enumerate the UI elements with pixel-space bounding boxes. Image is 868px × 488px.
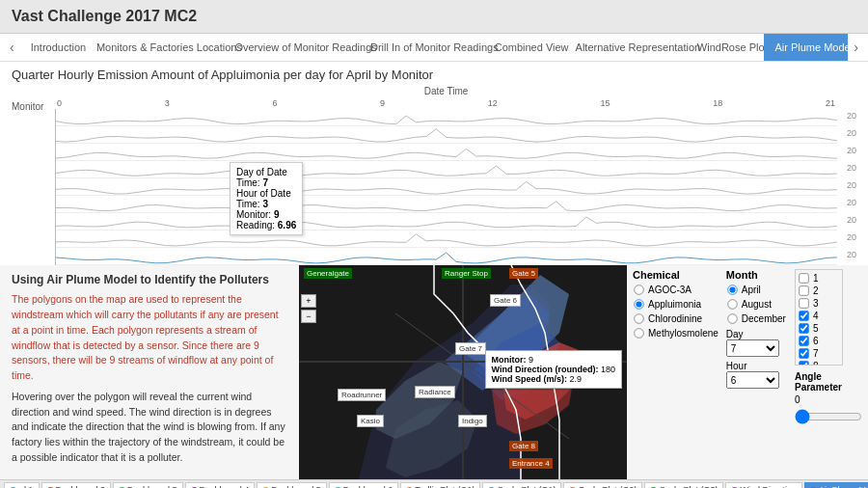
map-label-entrance4: Entrance 4 [509,458,553,469]
map-label-rangerstop: Ranger Stop [442,268,491,279]
chemical-appluimonia-radio[interactable] [634,300,643,310]
chemical-appluimonia[interactable]: Appluimonia [633,298,719,311]
monitor-8-checkbox[interactable] [799,362,808,366]
x-ticks: 036912151821 [55,98,837,108]
nav-tab-overview-of-monitor-readings[interactable]: Overview of Monitor Readings [224,34,360,61]
map-label-indigo: Indigo [458,415,487,427]
nav-tab-combined-view[interactable]: Combined View [484,34,565,61]
map-label-gate5: Gate 5 [509,268,538,279]
taskbar-item-cycle-plot-q3[interactable]: Cycle Plot (Q3) [644,482,723,488]
nav-tab-drill-in-of-monitor-readings[interactable]: Drill In of Monitor Readings [360,34,484,61]
monitor-list[interactable]: 1 2 3 4 5 6 7 8 [795,269,843,366]
x-axis-label: Date Time [55,86,837,96]
chart-row-4: 20 [56,161,837,178]
map-label-gate8: Gate 8 [509,441,538,451]
month-april-label: April [742,285,761,295]
month-august[interactable]: August [726,298,787,311]
taskbar-item-cycle-plot-q1[interactable]: Cycle Plot (Q1) [482,482,561,488]
chemical-methylosmolene[interactable]: Methylosmolene [633,327,719,339]
monitor-2-checkbox[interactable] [799,286,808,296]
app-title: Vast Challenge 2017 MC2 [12,8,856,25]
left-panel-para1: The polygons on the map are used to repr… [12,292,287,384]
chemical-agoc-radio[interactable] [634,285,643,295]
map-tooltip-wind-dir: Wind Direction (rounded): 180 [492,365,615,374]
hour-select[interactable]: 6 [726,371,779,389]
map-label-gate6: Gate 6 [490,294,521,307]
monitor-3-checkbox[interactable] [799,299,808,309]
day-select[interactable]: 7 [726,339,779,357]
monitor-5-checkbox[interactable] [799,324,808,334]
month-december-radio[interactable] [727,314,737,324]
tooltip-hour-label: Hour of Date [236,188,291,199]
hour-label: Hour [726,361,747,371]
monitor-4-checkbox[interactable] [799,312,808,321]
nav-next-arrow[interactable]: › [848,36,864,59]
map-container[interactable]: Generalgate Ranger Stop Gate 5 Gate 6 Ga… [299,265,627,478]
nav-tabs-list: IntroductionMonitors & Factories Locatio… [20,34,849,61]
chemical-agoc[interactable]: AGOC-3A [633,284,719,296]
nav-tabs-bar: ‹ IntroductionMonitors & Factories Locat… [0,34,868,62]
nav-tab-monitors-&-factories-locations[interactable]: Monitors & Factories Locations [86,34,225,61]
month-section: Month April August December Day [726,269,787,426]
map-label-generalgate: Generalgate [304,268,352,279]
nav-tab-windrose-plot[interactable]: WindRose Plot [687,34,765,61]
taskbar-item-rd-1[interactable]: rd 1 [4,482,40,488]
month-april[interactable]: April [726,284,787,296]
taskbar-item-dashboard-3[interactable]: Dashboard 3 [113,482,183,488]
monitor-7-checkbox[interactable] [799,349,808,359]
month-august-radio[interactable] [727,300,737,310]
left-panel: Using Air Plume Model to Identify the Po… [0,265,299,478]
day-label: Day [726,329,744,339]
taskbar-item-dashboard-2[interactable]: Dashboard 2 [41,482,112,488]
zoom-out-button[interactable]: − [301,310,316,323]
nav-tab-air-plume-model[interactable]: Air Plume Model [764,34,848,61]
monitor-check-3[interactable]: 3 [798,297,840,310]
month-december-label: December [742,313,786,324]
tooltip-hour-time-label: Time: [236,199,262,209]
month-august-label: August [742,299,772,310]
chemical-chlorodinine-radio[interactable] [634,314,643,324]
monitor-check-6[interactable]: 6 [798,335,840,347]
monitor-1-checkbox[interactable] [799,274,808,284]
month-april-radio[interactable] [727,285,737,295]
taskbar: rd 1Dashboard 2Dashboard 3Dashboard 4Das… [0,479,868,488]
taskbar-item-trellis-plot-q1[interactable]: Trellis Plot (Q1) [400,482,480,488]
taskbar-item-wind-direction[interactable]: Wind Direction [725,482,802,488]
monitor-check-8[interactable]: 8 [798,360,840,366]
chart-tooltip: Day of Date Time: 7 Hour of Date Time: 3… [230,162,303,235]
monitor-check-4[interactable]: 4 [798,310,840,322]
chemical-chlorodinine[interactable]: Chlorodinine [633,312,719,325]
chart-row-9: 20 [56,248,837,265]
monitor-check-7[interactable]: 7 [798,347,840,360]
map-label-roadrunner: Roadrunner [338,389,386,401]
angle-slider[interactable] [795,409,862,424]
map-tooltip-wind-speed: Wind Speed (m/s): 2.9 [492,374,615,384]
map-tooltip-monitor: Monitor: 9 [492,355,615,365]
chemical-methylosmolene-radio[interactable] [634,329,643,339]
monitor-6-checkbox[interactable] [799,337,808,346]
monitor-check-1[interactable]: 1 [798,272,840,285]
chart-row-5: 20 [56,178,837,196]
monitor-check-2[interactable]: 2 [798,285,840,297]
chart-row-7: 20 [56,213,837,230]
nav-tab-introduction[interactable]: Introduction [20,34,86,61]
nav-tab-alternative-representation[interactable]: Alternative Representation [565,34,687,61]
taskbar-item-dashboard-4[interactable]: Dashboard 4 [185,482,256,488]
monitor-check-5[interactable]: 5 [798,322,840,335]
taskbar-item-dashboard-6[interactable]: Dashboard 6 [329,482,399,488]
chart-row-2: 20 [56,126,837,144]
taskbar-item-cycle-plot-q2[interactable]: Cycle Plot (Q2) [563,482,642,488]
angle-section: Angle Parameter 0 [795,371,862,426]
day-section: Day 7 [726,329,787,357]
zoom-in-button[interactable]: + [301,294,316,308]
chart-row-ymax-7: 20 [847,215,856,225]
nav-prev-arrow[interactable]: ‹ [4,36,20,59]
taskbar-item-dashboard-5[interactable]: Dashboard 5 [257,482,327,488]
month-december[interactable]: December [726,312,787,325]
controls-row: Chemical AGOC-3A Appluimonia Chlorodinin… [633,269,862,432]
tooltip-reading-val: 6.96 [278,220,296,230]
app-header: Vast Challenge 2017 MC2 [0,0,868,34]
chart-row-ymax-8: 20 [847,232,856,242]
taskbar-item-air-plume-model[interactable]: Air Plume Model [804,482,868,488]
chart-row-1: 20 [56,109,837,126]
